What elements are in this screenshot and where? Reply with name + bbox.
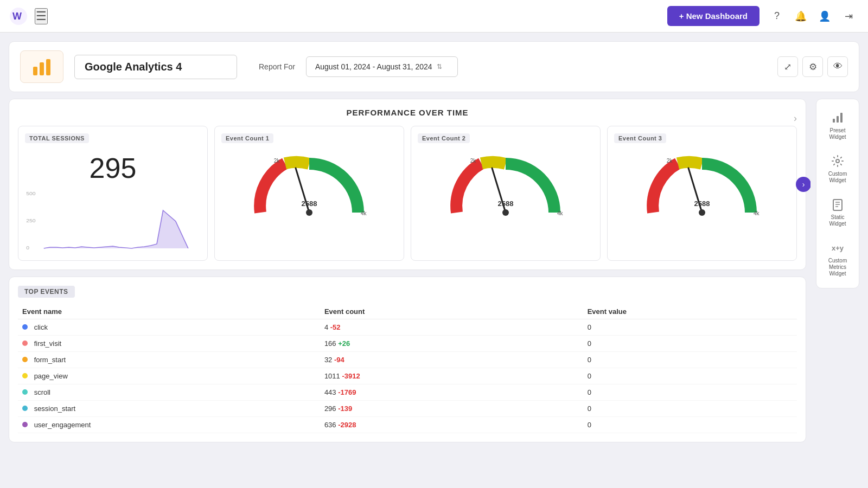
new-dashboard-button[interactable]: + New Dashboard [667, 6, 760, 26]
date-range-selector[interactable]: August 01, 2024 - August 31, 2024 ⇅ [306, 56, 458, 77]
col-event-value: Event value [566, 304, 797, 319]
svg-text:2588: 2588 [694, 200, 710, 208]
event-value-cell: 0 [566, 368, 797, 384]
event-name: page_view [34, 372, 68, 380]
total-sessions-value: 295 [25, 152, 201, 184]
event-count-2-widget: Event Count 2 2588 2k 4k [411, 126, 601, 261]
svg-text:W: W [12, 11, 22, 22]
help-button[interactable]: ? [766, 5, 788, 27]
events-table-body: click 4 -52 0 first_visit 166 +26 0 form… [18, 319, 797, 433]
svg-text:4k: 4k [754, 210, 760, 216]
topnav: W ☰ + New Dashboard ? 🔔 👤 ⇥ [0, 0, 868, 33]
user-button[interactable]: 👤 [814, 5, 835, 27]
svg-point-9 [306, 209, 312, 216]
event-count-1-label: Event Count 1 [221, 133, 273, 143]
event-name: form_start [34, 356, 66, 364]
event-count-cell: 636 -2928 [292, 417, 566, 433]
events-table-header: Event name Event count Event value [18, 304, 797, 319]
event-dot [22, 357, 28, 362]
dashboard-title: Google Analytics 4 [74, 55, 237, 79]
event-name-cell: session_start [18, 401, 292, 417]
svg-text:250: 250 [26, 218, 36, 223]
table-row: user_engagement 636 -2928 0 [18, 417, 797, 433]
logout-icon: ⇥ [845, 10, 853, 22]
svg-rect-3 [40, 62, 44, 75]
gauge-1-header: Event Count 1 [221, 133, 397, 147]
event-count-cell: 4 -52 [292, 319, 566, 336]
svg-rect-4 [46, 59, 50, 75]
sidebar-custom-button[interactable]: Custom Widget [819, 149, 856, 188]
svg-rect-23 [833, 119, 835, 123]
sidebar-custom-label: Custom Widget [828, 171, 847, 184]
svg-text:2k: 2k [470, 158, 477, 164]
notification-icon: 🔔 [795, 10, 807, 22]
svg-rect-25 [840, 113, 843, 123]
custom-icon [830, 153, 845, 169]
event-dot [22, 406, 28, 411]
event-count-cell: 166 +26 [292, 336, 566, 352]
table-row: session_start 296 -139 0 [18, 401, 797, 417]
event-value-cell: 0 [566, 417, 797, 433]
gauge-2-chart: 2588 2k 4k [418, 147, 593, 229]
menu-icon[interactable]: ☰ [35, 8, 48, 24]
total-sessions-widget: TOTAL SESSIONS 295 500 250 0 [18, 126, 208, 261]
settings-button[interactable]: ⚙ [802, 56, 823, 77]
mini-area-chart: 500 250 0 [25, 189, 201, 254]
event-count-cell: 296 -139 [292, 401, 566, 417]
sidebar-custom-metrics-button[interactable]: x+yCustom Metrics Widget [819, 236, 856, 281]
table-row: first_visit 166 +26 0 [18, 336, 797, 352]
change-value: -1769 [338, 388, 356, 396]
gauge-row: TOTAL SESSIONS 295 500 250 0 [18, 126, 797, 261]
event-count-value: 1011 [324, 372, 342, 380]
event-count-3-label: Event Count 3 [614, 133, 666, 143]
share-button[interactable]: ⤢ [777, 56, 798, 77]
top-events-section: TOP EVENTS Event name Event count Event … [9, 277, 806, 442]
top-events-label: TOP EVENTS [18, 286, 75, 298]
expand-button[interactable]: › [796, 177, 810, 192]
event-count-2-label: Event Count 2 [418, 133, 470, 143]
sidebar-static-button[interactable]: Static Widget [819, 192, 856, 232]
logout-button[interactable]: ⇥ [838, 5, 859, 27]
svg-text:0: 0 [26, 245, 29, 251]
svg-text:2k: 2k [667, 158, 673, 164]
table-row: page_view 1011 -3912 0 [18, 368, 797, 384]
table-row: click 4 -52 0 [18, 319, 797, 336]
view-button[interactable]: 👁 [827, 56, 848, 77]
event-count-cell: 32 -94 [292, 352, 566, 368]
total-sessions-label: TOTAL SESSIONS [25, 133, 89, 143]
event-count-value: 32 [324, 356, 334, 364]
change-value: -139 [338, 404, 352, 413]
event-name-cell: scroll [18, 384, 292, 401]
eye-icon: 👁 [833, 61, 843, 72]
sidebar-preset-label: Preset Widget [829, 127, 846, 140]
table-row: form_start 32 -94 0 [18, 352, 797, 368]
event-name-cell: form_start [18, 352, 292, 368]
event-count-3-widget: Event Count 3 2588 2k 4k [607, 126, 797, 261]
event-value-cell: 0 [566, 336, 797, 352]
notification-button[interactable]: 🔔 [790, 5, 812, 27]
event-name: user_engagement [34, 421, 91, 429]
app-logo: W [9, 7, 28, 26]
analytics-logo-box [20, 50, 63, 83]
event-name: session_start [34, 404, 76, 413]
table-row: scroll 443 -1769 0 [18, 384, 797, 401]
sidebar-preset-button[interactable]: Preset Widget [819, 106, 856, 145]
share-icon: ⤢ [784, 61, 792, 73]
date-range-value: August 01, 2024 - August 31, 2024 [315, 62, 432, 71]
event-value-cell: 0 [566, 401, 797, 417]
subheader: Google Analytics 4 Report For August 01,… [9, 41, 859, 92]
report-for-label: Report For [259, 62, 295, 71]
col-event-name: Event name [18, 304, 292, 319]
chevron-up-down-icon: ⇅ [437, 63, 442, 70]
svg-text:2588: 2588 [498, 200, 514, 208]
event-name-cell: page_view [18, 368, 292, 384]
custom-metrics-icon: x+y [830, 240, 845, 255]
svg-point-19 [699, 209, 705, 216]
performance-section: PERFORMANCE OVER TIME › TOTAL SESSIONS 2… [9, 99, 806, 270]
event-count-value: 443 [324, 388, 338, 396]
collapse-chevron-icon[interactable]: › [794, 113, 797, 124]
user-icon: 👤 [819, 10, 831, 22]
help-icon: ? [774, 10, 780, 22]
sidebar-static-label: Static Widget [829, 214, 846, 227]
performance-title: PERFORMANCE OVER TIME [18, 108, 797, 117]
